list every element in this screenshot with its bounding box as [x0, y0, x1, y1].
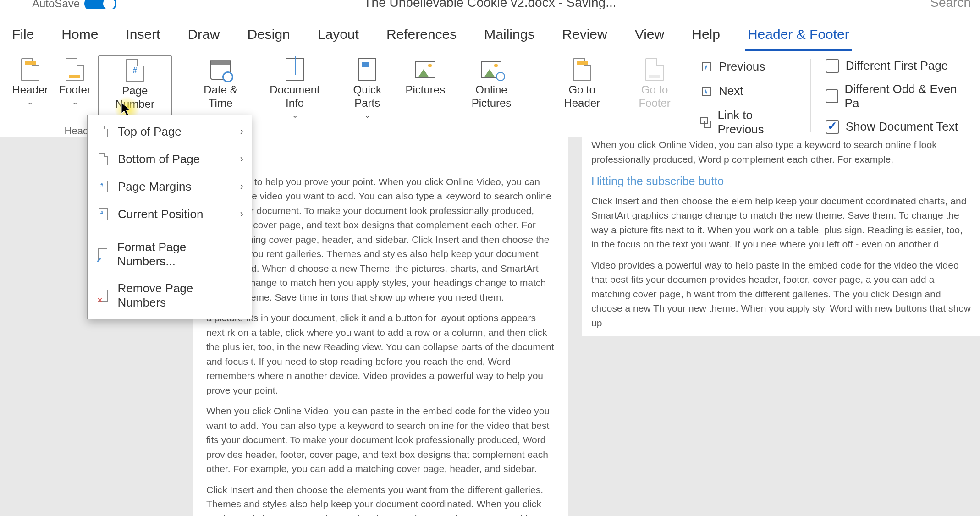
previous-label: Previous [719, 60, 765, 74]
header-button[interactable]: Header ⌄ [8, 55, 52, 110]
tab-design[interactable]: Design [244, 27, 292, 51]
remove-icon: ✕ [97, 288, 110, 303]
footer-label: Footer [59, 83, 91, 97]
bottom-of-page-label: Bottom of Page [118, 152, 200, 166]
show-document-text-checkbox[interactable]: Show Document Text [826, 120, 964, 134]
remove-page-numbers-item[interactable]: ✕ Remove Page Numbers [88, 275, 252, 316]
ribbon-tabs: File Home Insert Draw Design Layout Refe… [0, 9, 980, 51]
chevron-down-icon: ⌄ [292, 111, 298, 120]
page-icon [97, 124, 110, 139]
doc-paragraph: When you click Online Video, you can pas… [206, 404, 555, 476]
link-icon [699, 115, 712, 129]
format-page-numbers-label: Format Page Numbers... [117, 240, 242, 269]
next-label: Next [719, 84, 743, 98]
goto-header-icon [573, 58, 591, 81]
page-hash-icon: # [97, 207, 110, 221]
doc-paragraph: a picture fits in your document, click i… [206, 311, 555, 397]
document-info-icon [286, 58, 304, 81]
quick-parts-label: Quick Parts [341, 83, 393, 110]
show-document-text-label: Show Document Text [846, 120, 958, 134]
page-margins-item[interactable]: # Page Margins › [88, 173, 252, 200]
doc-heading-partial: sert [206, 137, 555, 155]
link-previous-button[interactable]: Link to Previous [696, 106, 798, 138]
date-time-button[interactable]: Date & Time [187, 55, 254, 114]
previous-icon [699, 60, 713, 74]
goto-footer-label: Go to Footer [626, 83, 683, 110]
tab-draw[interactable]: Draw [185, 27, 222, 51]
chevron-down-icon: ⌄ [72, 98, 78, 106]
date-time-label: Date & Time [193, 83, 248, 110]
page-margins-label: Page Margins [118, 180, 191, 194]
previous-button[interactable]: Previous [696, 58, 798, 76]
different-first-page-checkbox[interactable]: Different First Page [826, 59, 964, 73]
submenu-arrow-icon: › [240, 153, 243, 165]
doc-paragraph: werful way to help you prove your point.… [206, 175, 555, 305]
tab-review[interactable]: Review [559, 27, 610, 51]
pictures-label: Pictures [405, 83, 445, 97]
different-odd-even-label: Different Odd & Even Pa [845, 82, 964, 110]
page-number-dropdown: Top of Page › Bottom of Page › # Page Ma… [87, 115, 252, 319]
quick-parts-button[interactable]: Quick Parts ⌄ [336, 55, 399, 123]
side-paragraph: Click Insert and then choose the elem he… [591, 194, 971, 252]
link-previous-label: Link to Previous [717, 108, 794, 137]
side-paragraph: When you click Online Video, you can als… [591, 137, 971, 166]
different-first-page-label: Different First Page [846, 59, 948, 73]
goto-header-label: Go to Header [551, 83, 612, 110]
footer-icon [66, 58, 84, 81]
goto-footer-button: Go to Footer [621, 55, 688, 114]
tab-file[interactable]: File [9, 27, 37, 51]
pictures-button[interactable]: Pictures [402, 55, 449, 100]
document-info-label: Document Info [262, 83, 328, 110]
tab-layout[interactable]: Layout [315, 27, 362, 51]
remove-page-numbers-label: Remove Page Numbers [118, 281, 243, 310]
calendar-icon [210, 60, 231, 80]
format-page-numbers-item[interactable]: Format Page Numbers... [88, 234, 252, 275]
quick-parts-icon [358, 58, 376, 81]
header-icon [21, 58, 39, 81]
tab-help[interactable]: Help [689, 27, 723, 51]
current-position-label: Current Position [118, 207, 203, 221]
header-label: Header [12, 83, 48, 97]
footer-button[interactable]: Footer ⌄ [55, 55, 95, 110]
tab-view[interactable]: View [632, 27, 667, 51]
format-icon [97, 247, 109, 262]
chevron-down-icon: ⌄ [27, 98, 33, 106]
menu-separator [115, 231, 242, 231]
page-number-icon: # [126, 59, 144, 82]
autosave-label: AutoSave [32, 0, 80, 9]
page-hash-icon: # [97, 179, 110, 194]
tab-mailings[interactable]: Mailings [481, 27, 537, 51]
goto-header-button[interactable]: Go to Header [546, 55, 618, 114]
tab-insert[interactable]: Insert [123, 27, 163, 51]
checkbox-icon [826, 59, 839, 73]
goto-footer-icon [645, 58, 664, 81]
checkbox-checked-icon [826, 120, 839, 134]
next-icon [699, 84, 713, 98]
online-pictures-label: Online Pictures [457, 83, 525, 110]
chevron-down-icon: ⌄ [364, 111, 370, 120]
online-pictures-icon [481, 61, 501, 78]
top-of-page-label: Top of Page [118, 125, 182, 139]
document-title: The Unbelievable Cookie v2.docx - Saving… [364, 0, 617, 9]
submenu-arrow-icon: › [240, 126, 243, 137]
top-of-page-item[interactable]: Top of Page › [88, 118, 252, 145]
next-button[interactable]: Next [696, 82, 798, 100]
online-pictures-button[interactable]: Online Pictures [451, 55, 531, 114]
submenu-arrow-icon: › [240, 208, 243, 220]
checkbox-icon [826, 89, 838, 103]
doc-paragraph: Click Insert and then choose the element… [206, 483, 555, 516]
different-odd-even-checkbox[interactable]: Different Odd & Even Pa [826, 82, 964, 110]
bottom-of-page-item[interactable]: Bottom of Page › [88, 145, 252, 173]
search-input[interactable]: Search [930, 0, 971, 9]
document-info-button[interactable]: Document Info ⌄ [257, 55, 333, 123]
side-page[interactable]: When you click Online Video, you can als… [582, 137, 980, 336]
doc-subheading-partial: ted [206, 155, 555, 170]
autosave-toggle[interactable] [84, 0, 116, 9]
submenu-arrow-icon: › [240, 181, 243, 192]
side-heading: Hitting the subscribe butto [591, 173, 971, 190]
tab-home[interactable]: Home [59, 27, 101, 51]
tab-references[interactable]: References [384, 27, 459, 51]
current-position-item[interactable]: # Current Position › [88, 200, 252, 228]
tab-header-footer[interactable]: Header & Footer [745, 27, 852, 51]
page-icon [97, 152, 110, 166]
